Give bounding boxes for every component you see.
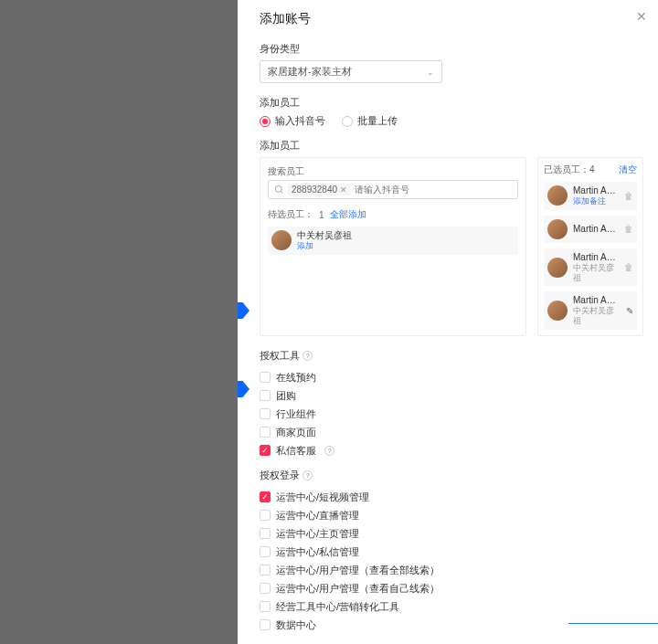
checkbox-label: 团购 bbox=[276, 389, 296, 403]
selected-label: 已选员工： bbox=[544, 164, 589, 174]
checkbox-label: 运营中心/私信管理 bbox=[276, 545, 359, 559]
checkbox-item[interactable]: 私信客服? bbox=[260, 444, 643, 458]
avatar bbox=[547, 258, 568, 278]
help-icon[interactable]: ? bbox=[302, 470, 313, 480]
checkbox-label: 在线预约 bbox=[276, 371, 316, 385]
add-remark-link[interactable]: 添加备注 bbox=[573, 196, 619, 206]
search-icon bbox=[274, 185, 284, 195]
checkbox-item[interactable]: 在线预约 bbox=[260, 371, 643, 385]
search-tag: 288932840 ✕ bbox=[288, 184, 351, 195]
checkbox-label: 商家页面 bbox=[276, 426, 316, 439]
checkbox-label: 运营中心/用户管理（查看自己线索） bbox=[276, 582, 440, 596]
checkbox-item[interactable]: 经营工具中心/营销转化工具 bbox=[260, 600, 643, 614]
identity-value: 家居建材-家装主材 bbox=[268, 65, 352, 79]
selected-row: Martin Abasto添加备注 🗑 bbox=[544, 182, 637, 210]
checkbox-icon bbox=[260, 583, 271, 594]
checkbox-icon bbox=[260, 445, 271, 456]
close-icon[interactable]: ✕ bbox=[636, 9, 647, 24]
selected-row: Martin Abasto 🗑 bbox=[544, 216, 637, 243]
trash-icon[interactable]: 🗑 bbox=[624, 224, 633, 234]
checkbox-icon bbox=[260, 491, 271, 502]
pending-label: 待选员工： bbox=[268, 208, 313, 221]
radio-label: 批量上传 bbox=[357, 114, 398, 128]
candidate-name: 中关村吴彦祖 bbox=[297, 230, 515, 241]
svg-line-1 bbox=[281, 192, 283, 194]
edit-icon[interactable]: ✎ bbox=[626, 306, 633, 316]
checkbox-icon bbox=[260, 528, 271, 539]
radio-input-id[interactable]: 输入抖音号 bbox=[260, 114, 325, 128]
checkbox-label: 运营中心/直播管理 bbox=[276, 509, 359, 523]
tag-remove-icon[interactable]: ✕ bbox=[340, 185, 347, 195]
selected-name: Martin Abasto bbox=[573, 185, 619, 196]
radio-dot-icon bbox=[342, 116, 353, 127]
checkbox-item[interactable]: 运营中心/用户管理（查看自己线索） bbox=[260, 582, 643, 596]
help-icon[interactable]: ? bbox=[324, 446, 334, 456]
selected-name: Martin Abasto bbox=[573, 295, 621, 306]
checkbox-icon bbox=[260, 510, 271, 521]
auth-tools-label: 授权工具? bbox=[260, 349, 313, 363]
checkbox-icon bbox=[260, 565, 271, 575]
selected-sub: 中关村吴彦祖 bbox=[573, 306, 621, 326]
checkbox-icon bbox=[260, 390, 271, 401]
search-staff-label: 搜索员工 bbox=[268, 165, 518, 178]
help-icon[interactable]: ? bbox=[302, 351, 313, 361]
search-tag-text: 288932840 bbox=[292, 185, 337, 195]
radio-bulk-upload[interactable]: 批量上传 bbox=[342, 114, 398, 128]
modal-title: 添加账号 bbox=[260, 11, 643, 27]
candidate-add-link[interactable]: 添加 bbox=[297, 241, 515, 251]
search-input-wrap[interactable]: 288932840 ✕ bbox=[268, 180, 518, 199]
svg-point-0 bbox=[275, 185, 281, 192]
checkbox-label: 运营中心/主页管理 bbox=[276, 527, 359, 541]
checkbox-item[interactable]: 运营中心/主页管理 bbox=[260, 527, 643, 541]
selected-row: Martin Abasto中关村吴彦祖 🗑 bbox=[544, 248, 637, 287]
checkbox-item[interactable]: 行业组件 bbox=[260, 407, 643, 421]
trash-icon[interactable]: 🗑 bbox=[624, 262, 633, 272]
trash-icon[interactable]: 🗑 bbox=[624, 191, 633, 201]
marker-1: 1 bbox=[238, 302, 249, 319]
checkbox-icon bbox=[260, 601, 271, 612]
checkbox-icon bbox=[260, 619, 271, 630]
checkbox-label: 运营中心/短视频管理 bbox=[276, 491, 369, 504]
checkbox-label: 数据中心 bbox=[276, 618, 316, 632]
avatar bbox=[547, 219, 568, 239]
checkbox-item[interactable]: 商家页面 bbox=[260, 426, 643, 439]
clear-selected-link[interactable]: 清空 bbox=[619, 164, 637, 176]
selected-count: 4 bbox=[589, 164, 595, 174]
avatar bbox=[547, 185, 568, 206]
add-account-modal: 1 2 添加账号 ✕ 身份类型 家居建材-家装主材 ⌄ 添加员工 输入抖音号 批… bbox=[238, 0, 658, 644]
avatar bbox=[271, 230, 292, 250]
add-staff-label: 添加员工 bbox=[260, 96, 643, 110]
auth-login-label: 授权登录? bbox=[260, 469, 313, 482]
avatar bbox=[547, 301, 568, 321]
selected-sub: 中关村吴彦祖 bbox=[573, 263, 619, 283]
radio-dot-icon bbox=[260, 116, 271, 127]
checkbox-item[interactable]: 运营中心/私信管理 bbox=[260, 545, 643, 559]
checkbox-item[interactable]: 数据中心 bbox=[260, 618, 643, 632]
checkbox-item[interactable]: 运营中心/用户管理（查看全部线索） bbox=[260, 564, 643, 577]
checkbox-item[interactable]: 团购 bbox=[260, 389, 643, 403]
radio-label: 输入抖音号 bbox=[275, 114, 325, 128]
checkbox-icon bbox=[260, 408, 271, 419]
checkbox-icon bbox=[260, 546, 271, 557]
identity-label: 身份类型 bbox=[260, 42, 643, 56]
checkbox-label: 运营中心/用户管理（查看全部线索） bbox=[276, 564, 440, 577]
selected-name: Martin Abasto bbox=[573, 252, 619, 263]
search-input[interactable] bbox=[355, 185, 512, 195]
selected-row: Martin Abasto中关村吴彦祖 ✎ bbox=[544, 291, 637, 330]
checkbox-label: 行业组件 bbox=[276, 407, 316, 421]
add-all-link[interactable]: 全部添加 bbox=[330, 208, 366, 221]
checkbox-item[interactable]: 运营中心/直播管理 bbox=[260, 509, 643, 523]
selected-name: Martin Abasto bbox=[573, 224, 619, 235]
checkbox-label: 私信客服 bbox=[276, 444, 316, 458]
checkbox-icon bbox=[260, 372, 271, 383]
pending-count: 1 bbox=[319, 210, 324, 220]
identity-select[interactable]: 家居建材-家装主材 ⌄ bbox=[260, 60, 442, 83]
candidate-row[interactable]: 中关村吴彦祖 添加 bbox=[268, 227, 518, 255]
selected-staff-panel: 已选员工：4 清空 Martin Abasto添加备注 🗑 Martin Aba… bbox=[537, 157, 643, 336]
checkbox-item[interactable]: 运营中心/短视频管理 bbox=[260, 491, 643, 504]
checkbox-label: 经营工具中心/营销转化工具 bbox=[276, 600, 399, 614]
search-staff-panel: 搜索员工 288932840 ✕ 待选员工： 1 全部添加 中关村吴彦祖 bbox=[260, 157, 526, 336]
add-staff-sublabel: 添加员工 bbox=[260, 139, 643, 153]
marker-2: 2 bbox=[238, 381, 249, 397]
checkbox-icon bbox=[260, 427, 271, 438]
